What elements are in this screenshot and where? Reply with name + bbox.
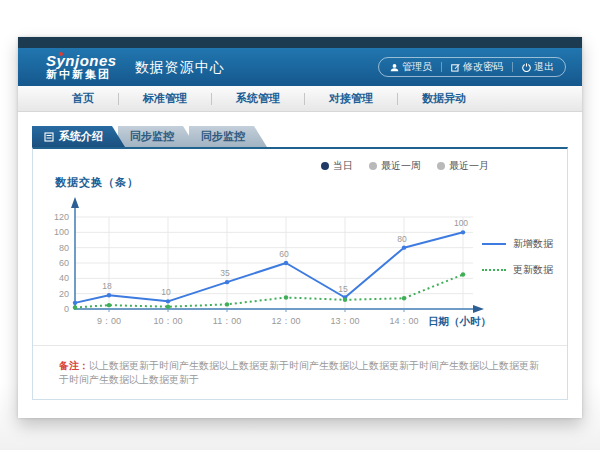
divider (441, 62, 442, 72)
svg-text:18: 18 (102, 281, 112, 291)
legend-entry-new-data: 新增数据 (482, 237, 553, 251)
svg-text:12：00: 12：00 (271, 316, 300, 326)
main-nav: 首页 标准管理 系统管理 对接管理 数据异动 (18, 86, 582, 112)
user-toolbar: 管理员 修改密码 退出 (378, 57, 566, 77)
svg-text:120: 120 (54, 212, 69, 222)
chart-panel: 当日 最近一周 最近一月 数据交换（条） 0204060801001209：00… (32, 147, 568, 400)
svg-text:日期（小时）: 日期（小时） (428, 315, 491, 328)
nav-item-system-mgmt[interactable]: 系统管理 (212, 91, 304, 106)
svg-text:20: 20 (59, 289, 69, 299)
radio-icon (437, 162, 445, 170)
svg-text:10：00: 10：00 (153, 316, 182, 326)
svg-text:35: 35 (220, 268, 230, 278)
svg-text:60: 60 (279, 249, 289, 259)
tab-bar: 系统介绍 同步监控 同步监控 (18, 112, 582, 147)
desktop-background: Synjones 新中新集团 数据资源中心 管理员 修改密码 退出 (0, 0, 600, 450)
edit-icon (451, 63, 460, 72)
chart-legend: 新增数据 更新数据 (482, 237, 553, 277)
nav-item-interface-mgmt[interactable]: 对接管理 (305, 91, 397, 106)
logo-company: 新中新集团 (46, 69, 117, 81)
tab-label: 同步监控 (201, 130, 245, 142)
change-password-label: 修改密码 (463, 60, 503, 74)
current-user-label: 管理员 (402, 60, 432, 74)
svg-text:80: 80 (397, 234, 407, 244)
radio-icon (369, 162, 377, 170)
svg-text:100: 100 (454, 218, 468, 228)
page-title: 数据资源中心 (135, 57, 225, 77)
period-option-today[interactable]: 当日 (321, 159, 353, 173)
current-user-button[interactable]: 管理员 (390, 60, 432, 74)
document-icon (44, 132, 54, 142)
power-icon (522, 63, 531, 72)
svg-text:100: 100 (54, 227, 69, 237)
content-area: 系统介绍 同步监控 同步监控 当日 最近一周 (18, 112, 582, 418)
nav-item-home[interactable]: 首页 (48, 91, 118, 106)
change-password-button[interactable]: 修改密码 (451, 60, 503, 74)
svg-text:40: 40 (59, 273, 69, 283)
svg-text:0: 0 (64, 304, 69, 314)
legend-label: 新增数据 (513, 237, 553, 251)
footnote-text: 以上数据更新于时间产生数据以上数据更新于时间产生数据以上数据更新于时间产生数据以… (59, 360, 539, 385)
legend-entry-updated-data: 更新数据 (482, 263, 553, 277)
period-selector: 当日 最近一周 最近一月 (321, 159, 489, 173)
period-option-last-week[interactable]: 最近一周 (369, 159, 421, 173)
svg-text:14：00: 14：00 (389, 316, 418, 326)
tab-sync-monitor-1[interactable]: 同步监控 (118, 126, 196, 147)
tab-system-intro[interactable]: 系统介绍 (32, 126, 125, 147)
period-label: 最近一月 (449, 159, 489, 173)
logout-button[interactable]: 退出 (522, 60, 554, 74)
tab-sync-monitor-2[interactable]: 同步监控 (189, 126, 267, 147)
nav-item-data-change[interactable]: 数据异动 (398, 91, 490, 106)
y-axis-title: 数据交换（条） (55, 175, 139, 190)
line-chart: 0204060801001209：0010：0011：0012：0013：001… (41, 193, 493, 343)
user-icon (390, 63, 399, 72)
svg-text:13：00: 13：00 (330, 316, 359, 326)
solid-line-icon (482, 243, 506, 245)
period-option-last-month[interactable]: 最近一月 (437, 159, 489, 173)
footnote-label: 备注： (59, 360, 89, 371)
svg-text:60: 60 (59, 258, 69, 268)
divider (512, 62, 513, 72)
chart-container: 0204060801001209：0010：0011：0012：0013：001… (41, 193, 493, 347)
period-label: 最近一周 (381, 159, 421, 173)
radio-selected-icon (321, 162, 329, 170)
dotted-line-icon (482, 269, 506, 271)
legend-label: 更新数据 (513, 263, 553, 277)
app-header: Synjones 新中新集团 数据资源中心 管理员 修改密码 退出 (18, 48, 582, 86)
footnote: 备注：以上数据更新于时间产生数据以上数据更新于时间产生数据以上数据更新于时间产生… (33, 345, 567, 387)
app-window: Synjones 新中新集团 数据资源中心 管理员 修改密码 退出 (18, 37, 582, 418)
svg-text:15: 15 (338, 284, 348, 294)
svg-text:9：00: 9：00 (97, 316, 121, 326)
tab-label: 系统介绍 (59, 126, 103, 147)
tab-label: 同步监控 (130, 130, 174, 142)
window-top-strip (18, 37, 582, 48)
period-label: 当日 (333, 159, 353, 173)
logo-brand: Synjones (46, 53, 117, 69)
logo[interactable]: Synjones 新中新集团 (46, 53, 117, 80)
logout-label: 退出 (534, 60, 554, 74)
svg-text:10: 10 (161, 287, 171, 297)
svg-text:80: 80 (59, 243, 69, 253)
nav-item-standard-mgmt[interactable]: 标准管理 (119, 91, 211, 106)
svg-text:11：00: 11：00 (213, 316, 241, 326)
